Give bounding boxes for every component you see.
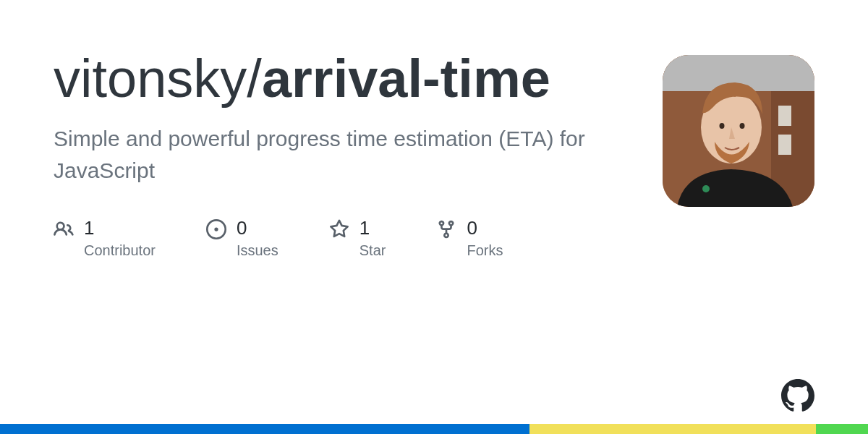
- language-bar: [0, 424, 868, 434]
- stat-label: Contributor: [84, 242, 156, 259]
- stat-issues[interactable]: 0 Issues: [206, 218, 278, 259]
- owner-avatar[interactable]: [663, 55, 814, 207]
- stat-forks[interactable]: 0 Forks: [436, 218, 503, 259]
- language-segment: [529, 424, 816, 434]
- svg-point-7: [740, 123, 745, 129]
- stat-contributors[interactable]: 1 Contributor: [54, 218, 156, 259]
- star-icon: [329, 219, 349, 239]
- svg-rect-4: [778, 135, 791, 155]
- stat-label: Forks: [467, 242, 503, 259]
- stat-label: Star: [359, 242, 386, 259]
- fork-icon: [436, 219, 456, 239]
- stat-label: Issues: [237, 242, 278, 259]
- people-icon: [54, 219, 74, 239]
- stat-text: 0 Issues: [237, 218, 278, 259]
- repo-social-card: vitonsky/arrival-time Simple and powerfu…: [0, 0, 868, 434]
- stat-count: 1: [359, 218, 386, 239]
- stat-text: 0 Forks: [467, 218, 503, 259]
- svg-rect-3: [778, 106, 791, 126]
- repo-separator: /: [247, 48, 262, 109]
- stat-count: 0: [467, 218, 503, 239]
- repo-title[interactable]: vitonsky/arrival-time: [54, 51, 632, 107]
- stats-row: 1 Contributor 0 Issues 1 S: [54, 218, 814, 259]
- stat-stars[interactable]: 1 Star: [329, 218, 386, 259]
- language-segment: [816, 424, 868, 434]
- stat-count: 1: [84, 218, 156, 239]
- repo-name[interactable]: arrival-time: [262, 48, 550, 109]
- repo-owner[interactable]: vitonsky: [54, 48, 247, 109]
- svg-point-6: [720, 123, 725, 129]
- stat-count: 0: [237, 218, 278, 239]
- stat-text: 1 Star: [359, 218, 386, 259]
- repo-description: Simple and powerful progress time estima…: [54, 123, 603, 186]
- stat-text: 1 Contributor: [84, 218, 156, 259]
- issue-icon: [206, 219, 226, 239]
- language-segment: [0, 424, 529, 434]
- svg-point-8: [702, 185, 710, 192]
- github-logo-icon[interactable]: [781, 379, 814, 412]
